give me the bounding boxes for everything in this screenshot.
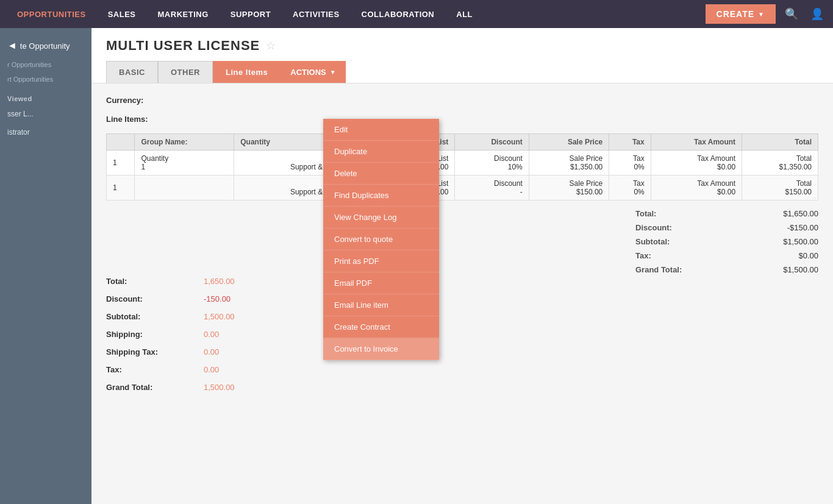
summary-table: Total: $1,650.00 Discount: -$150.00 Subt… — [635, 207, 818, 277]
tax-label: Tax: — [106, 365, 204, 374]
discount-value: -150.00 — [204, 294, 231, 303]
sidebar: ◄ te Opportunity r Opportunities rt Oppo… — [0, 28, 91, 504]
summary-grand-total-value: $1,500.00 — [783, 265, 818, 274]
col-discount: Discount — [455, 134, 529, 151]
cell-num-2: 1 — [107, 176, 135, 201]
cell-tax-2: Tax 0% — [609, 176, 651, 201]
dropdown-item-print-as-pdf[interactable]: Print as PDF — [323, 250, 439, 272]
col-total: Total — [742, 134, 818, 151]
total-row-total: Total: 1,650.00 — [106, 277, 818, 286]
dropdown-item-view-change-log[interactable]: View Change Log — [323, 207, 439, 229]
summary-grand-total-label: Grand Total: — [635, 265, 682, 274]
nav-right-actions: CREATE ▼ 🔍 👤 — [706, 4, 827, 24]
back-arrow-icon: ◄ — [7, 40, 17, 51]
nav-item-activities[interactable]: ACTIVITIES — [282, 0, 351, 28]
summary-subtotal-row: Subtotal: $1,500.00 — [635, 235, 818, 249]
summary-discount-row: Discount: -$150.00 — [635, 221, 818, 235]
cell-total-2: Total $150.00 — [742, 176, 818, 201]
col-tax: Tax — [609, 134, 651, 151]
shipping-value: 0.00 — [204, 330, 219, 339]
main-content: MULTI USER LICENSE ☆ BASIC OTHER Line It… — [91, 28, 833, 504]
grand-total-label: Grand Total: — [106, 383, 204, 392]
cell-discount-2: Discount - — [455, 176, 529, 201]
nav-item-marketing[interactable]: MARKETING — [147, 0, 220, 28]
summary-subtotal-label: Subtotal: — [635, 237, 670, 246]
tab-other[interactable]: OTHER — [158, 61, 213, 83]
line-items-table: Group Name: Quantity List Discount Sale … — [106, 133, 818, 201]
subtotal-value: 1,500.00 — [204, 312, 235, 321]
col-qty — [107, 134, 135, 151]
dropdown-item-email-line-item[interactable]: Email Line item — [323, 294, 439, 316]
dropdown-item-duplicate[interactable]: Duplicate — [323, 141, 439, 163]
cell-name-2 — [135, 176, 234, 201]
cell-discount-1: Discount 10% — [455, 151, 529, 176]
sidebar-item-2[interactable]: istrator ✏ — [0, 123, 91, 141]
sidebar-back-label: te Opportunity — [20, 41, 70, 51]
sidebar-back-button[interactable]: ◄ te Opportunity — [0, 34, 91, 57]
line-items-header: Line Items: — [106, 115, 818, 124]
dropdown-item-create-contract[interactable]: Create Contract — [323, 316, 439, 338]
star-icon[interactable]: ☆ — [266, 39, 276, 52]
top-navigation: OPPORTUNITIES SALES MARKETING SUPPORT AC… — [0, 0, 833, 28]
cell-total-1: Total $1,350.00 — [742, 151, 818, 176]
summary-discount-label: Discount: — [635, 223, 672, 232]
total-label: Total: — [106, 277, 204, 286]
summary-discount-value: -$150.00 — [787, 223, 818, 232]
nav-item-all[interactable]: ALL — [445, 0, 484, 28]
actions-arrow-icon: ▼ — [330, 69, 336, 76]
tab-actions[interactable]: ACTIONS ▼ — [281, 61, 345, 83]
tab-basic[interactable]: BASIC — [106, 61, 158, 83]
line-items-section: Group Name: Quantity List Discount Sale … — [106, 133, 818, 201]
cell-sale-price-1: Sale Price $1,350.00 — [529, 151, 609, 176]
dropdown-item-convert-to-invoice[interactable]: Convert to Invoice — [323, 338, 439, 360]
sidebar-item-1[interactable]: sser L... ✏ — [0, 105, 91, 123]
dropdown-item-find-duplicates[interactable]: Find Duplicates — [323, 185, 439, 207]
cell-tax-amount-2: Tax Amount $0.00 — [651, 176, 742, 201]
summary-total-value: $1,650.00 — [783, 209, 818, 218]
summary-grand-total-row: Grand Total: $1,500.00 — [635, 263, 818, 277]
table-row: 1 Service Support & Training List $150.0… — [107, 176, 818, 201]
actions-dropdown: Edit Duplicate Delete Find Duplicates Vi… — [323, 119, 439, 360]
sidebar-item-5[interactable]: ✏ — [0, 178, 91, 196]
sidebar-report-link[interactable]: rt Opportunities — [0, 72, 91, 87]
page-title: MULTI USER LICENSE — [106, 38, 260, 54]
line-items-label: Line Items: — [106, 115, 204, 124]
dropdown-item-edit[interactable]: Edit — [323, 119, 439, 141]
nav-item-support[interactable]: SUPPORT — [220, 0, 282, 28]
summary-total-row: Total: $1,650.00 — [635, 207, 818, 221]
summary-tax-value: $0.00 — [798, 251, 818, 260]
col-sale-price: Sale Price — [529, 134, 609, 151]
page-header: MULTI USER LICENSE ☆ BASIC OTHER Line It… — [91, 28, 833, 83]
cell-tax-amount-1: Tax Amount $0.00 — [651, 151, 742, 176]
totals-section: Total: 1,650.00 Discount: -150.00 Subtot… — [106, 277, 818, 392]
cell-sale-price-2: Sale Price $150.00 — [529, 176, 609, 201]
create-arrow-icon: ▼ — [758, 11, 765, 18]
create-button[interactable]: CREATE ▼ — [706, 4, 776, 24]
col-group-name: Group Name: — [135, 134, 234, 151]
subtotal-label: Subtotal: — [106, 312, 204, 321]
sidebar-item-3[interactable]: ✏ — [0, 141, 91, 160]
currency-field: Currency: — [106, 96, 818, 105]
grand-total-value: 1,500.00 — [204, 383, 235, 392]
summary-tax-label: Tax: — [635, 251, 651, 260]
dropdown-item-delete[interactable]: Delete — [323, 163, 439, 185]
dropdown-item-email-pdf[interactable]: Email PDF — [323, 272, 439, 294]
record-title: MULTI USER LICENSE ☆ — [106, 38, 818, 54]
cell-tax-1: Tax 0% — [609, 151, 651, 176]
sidebar-opportunities-link[interactable]: r Opportunities — [0, 57, 91, 72]
nav-item-sales[interactable]: SALES — [97, 0, 147, 28]
main-layout: ◄ te Opportunity r Opportunities rt Oppo… — [0, 28, 833, 504]
search-icon[interactable]: 🔍 — [782, 4, 801, 24]
tab-lineitems[interactable]: Line Items — [213, 61, 281, 83]
table-header-row: Group Name: Quantity List Discount Sale … — [107, 134, 818, 151]
content-area: Edit Duplicate Delete Find Duplicates Vi… — [91, 83, 833, 413]
nav-item-collaboration[interactable]: COLLABORATION — [351, 0, 446, 28]
total-row-shipping-tax: Shipping Tax: 0.00 — [106, 347, 818, 357]
sidebar-item-label-1: sser L... — [7, 110, 34, 118]
nav-item-opportunities[interactable]: OPPORTUNITIES — [6, 0, 97, 28]
total-row-tax: Tax: 0.00 — [106, 365, 818, 374]
tab-bar: BASIC OTHER Line Items ACTIONS ▼ — [106, 61, 818, 83]
sidebar-item-4[interactable]: ✏ — [0, 160, 91, 178]
dropdown-item-convert-to-quote[interactable]: Convert to quote — [323, 229, 439, 250]
user-icon[interactable]: 👤 — [807, 4, 827, 24]
